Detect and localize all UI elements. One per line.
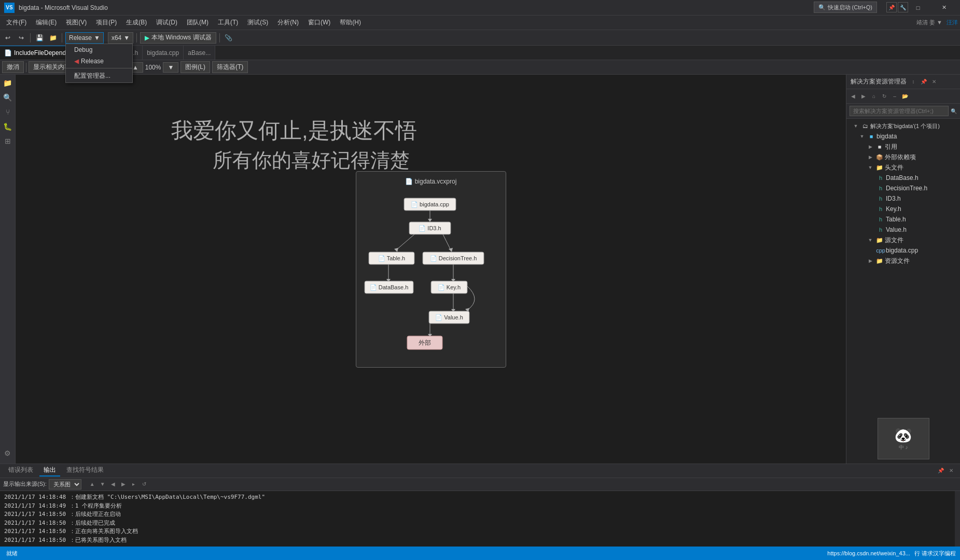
output-scrollbar[interactable] <box>955 491 960 547</box>
value-h-icon: h <box>876 227 885 233</box>
sync-icon[interactable]: ↕ <box>909 77 918 87</box>
forward-icon[interactable]: ▶ <box>859 92 868 101</box>
tab-abase[interactable]: aBase... <box>184 46 215 60</box>
platform-dropdown[interactable]: x64 ▼ <box>108 32 133 44</box>
tree-value-h[interactable]: h Value.h <box>846 225 960 235</box>
meme-face: 🐼 <box>894 427 912 444</box>
tab-output[interactable]: 输出 <box>39 465 60 477</box>
pin-icon[interactable]: 📌 <box>919 77 928 87</box>
save-all-button[interactable]: 📁 <box>47 32 59 44</box>
zoom-out-button[interactable]: ▼ <box>163 62 178 73</box>
config-manager[interactable]: 配置管理器... <box>66 69 132 82</box>
separator-4 <box>219 33 220 43</box>
activity-search[interactable]: 🔍 <box>2 91 14 104</box>
menu-window[interactable]: 窗口(W) <box>304 17 335 29</box>
config-option-release[interactable]: ◀ Release <box>66 55 132 67</box>
tab-error-list[interactable]: 错误列表 <box>4 465 37 477</box>
tree-references[interactable]: ▶ ■ 引用 <box>846 142 960 152</box>
activity-explorer[interactable]: 📁 <box>2 77 14 89</box>
output-close-icon[interactable]: ✕ <box>947 466 956 475</box>
redo-button[interactable]: ↪ <box>16 32 27 44</box>
pin-button[interactable]: 📌 <box>886 2 897 12</box>
undo-diagram-button[interactable]: 撤消 <box>2 61 24 73</box>
tree-headers[interactable]: ▼ 📁 头文件 <box>846 162 960 173</box>
tree-bigdata[interactable]: ▼ ■ bigdata <box>846 131 960 142</box>
tab-dgml-icon: 📄 <box>4 49 12 57</box>
tree-bigdata-cpp[interactable]: cpp bigdata.cpp <box>846 245 960 256</box>
menu-analyze[interactable]: 分析(N) <box>273 17 303 29</box>
tree-id3-h[interactable]: h ID3.h <box>846 193 960 204</box>
config-option-debug[interactable]: Debug <box>66 44 132 55</box>
tab-find-results[interactable]: 查找符号结果 <box>62 465 108 477</box>
auto-hide-button[interactable]: 🔧 <box>898 2 908 12</box>
output-header: 错误列表 输出 查找符号结果 📌 ✕ <box>0 464 960 478</box>
menu-team[interactable]: 团队(M) <box>183 17 213 29</box>
project-icon: ■ <box>867 133 875 139</box>
svg-marker-7 <box>394 248 398 252</box>
restore-button[interactable]: □ <box>906 0 930 16</box>
filter-button[interactable]: 筛选器(T) <box>212 61 248 73</box>
undo-button[interactable]: ↩ <box>2 32 13 44</box>
menu-help[interactable]: 帮助(H) <box>336 17 365 29</box>
diagram-svg: 📄 bigdata.cpp 📄 ID3.h 📄 Table.h <box>363 193 508 359</box>
svg-text:📄 bigdata.cpp: 📄 bigdata.cpp <box>411 201 449 208</box>
scroll-down-icon[interactable]: ▼ <box>98 480 107 489</box>
value-h-label: Value.h <box>886 226 907 233</box>
run-button[interactable]: ▶ 本地 Windows 调试器 <box>140 32 216 44</box>
tree-key-h[interactable]: h Key.h <box>846 204 960 214</box>
menu-view[interactable]: 视图(V) <box>62 17 91 29</box>
menu-project[interactable]: 项目(P) <box>92 17 121 29</box>
database-h-label: DataBase.h <box>886 174 919 181</box>
svg-text:📄 DataBase.h: 📄 DataBase.h <box>369 284 408 291</box>
dash-icon[interactable]: – <box>890 92 899 101</box>
wrap-icon[interactable]: ↺ <box>140 480 149 489</box>
output-pin-icon[interactable]: 📌 <box>936 466 945 475</box>
scroll-up-icon[interactable]: ▲ <box>88 480 97 489</box>
activity-debug[interactable]: 🐛 <box>2 120 14 133</box>
menu-build[interactable]: 生成(B) <box>122 17 151 29</box>
menu-tools[interactable]: 工具(T) <box>214 17 242 29</box>
prev-icon[interactable]: ◀ <box>108 480 118 489</box>
tree-database-h[interactable]: h DataBase.h <box>846 173 960 183</box>
external-label: 外部依赖项 <box>885 153 916 162</box>
expand-icon[interactable]: ▸ <box>129 480 138 489</box>
config-dropdown[interactable]: Release ▼ <box>65 32 104 44</box>
diagram-panel: 📄 bigdata.vcxproj 📄 bigdata.cpp 📄 ID3.h <box>356 171 506 368</box>
tree-sources[interactable]: ▼ 📁 源文件 <box>846 235 960 245</box>
tree-resources[interactable]: ▶ 📁 资源文件 <box>846 256 960 266</box>
tree-table-h[interactable]: h Table.h <box>846 214 960 225</box>
back-icon[interactable]: ◀ <box>848 92 858 101</box>
activity-settings[interactable]: ⚙ <box>2 447 14 459</box>
content-area: 我爱你又何止,是执迷不悟 所有你的喜好记得清楚 📄 bigdata.vcxpro… <box>16 75 846 464</box>
menu-test[interactable]: 测试(S) <box>243 17 272 29</box>
menu-file[interactable]: 文件(F) <box>2 17 31 29</box>
menu-edit[interactable]: 编辑(E) <box>32 17 61 29</box>
activity-extensions[interactable]: ⊞ <box>2 135 14 147</box>
headers-chevron: ▼ <box>866 165 874 170</box>
output-source-select[interactable]: 关系图 <box>49 479 81 489</box>
meme-text: 中 ♪ <box>894 444 912 451</box>
close-button[interactable]: ✕ <box>932 0 956 16</box>
solution-search-input[interactable] <box>850 106 949 116</box>
attachment-button[interactable]: 📎 <box>223 32 234 44</box>
solution-root[interactable]: ▼ 🗂 解决方案'bigdata'(1 个项目) <box>846 121 960 131</box>
show-files-icon[interactable]: 📂 <box>900 92 910 101</box>
quick-launch-text: 快速启动 (Ctrl+Q) <box>828 4 872 11</box>
icons-button[interactable]: 图例(L) <box>180 61 210 73</box>
quick-launch-bar[interactable]: 🔍 快速启动 (Ctrl+Q) <box>814 2 877 13</box>
tree-decision-h[interactable]: h DecisionTree.h <box>846 183 960 193</box>
sources-chevron: ▼ <box>866 237 874 243</box>
home-icon[interactable]: ⌂ <box>869 92 879 101</box>
refresh-icon[interactable]: ↻ <box>880 92 889 101</box>
save-button[interactable]: 💾 <box>34 32 45 44</box>
status-ready[interactable]: 就绪 <box>4 550 20 557</box>
menu-debug[interactable]: 调试(D) <box>152 17 182 29</box>
tree-external-deps[interactable]: ▶ 📦 外部依赖项 <box>846 152 960 162</box>
tab-bigdata[interactable]: bigdata.cpp <box>143 46 184 60</box>
activity-git[interactable]: ⑂ <box>2 106 14 118</box>
config-arrow-icon: ▼ <box>94 34 100 41</box>
svg-text:📄 Key.h: 📄 Key.h <box>437 284 460 291</box>
close-panel-icon[interactable]: ✕ <box>929 77 939 87</box>
next-icon[interactable]: ▶ <box>119 480 128 489</box>
output-content-container: 2021/1/17 14:18:48 ：创建新文档 "C:\Users\MSI\… <box>0 491 960 547</box>
